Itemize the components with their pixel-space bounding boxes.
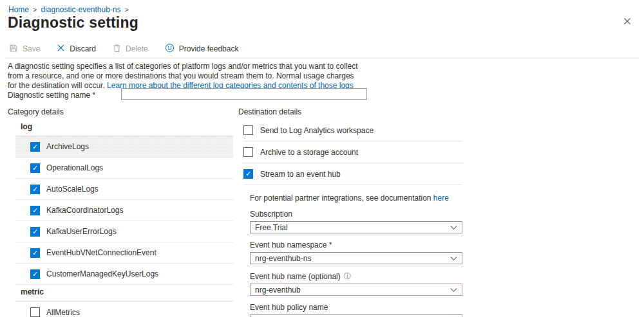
eventhub-policy-field: Event hub policy name RootManageSharedAc…: [250, 303, 462, 317]
page-title: Diagnostic setting: [8, 14, 138, 32]
close-icon[interactable]: [622, 16, 632, 26]
eventhub-namespace-label: Event hub namespace *: [250, 240, 332, 249]
check-glyph: ✓: [32, 143, 38, 150]
checkbox-unchecked-icon[interactable]: [30, 307, 40, 317]
delete-button[interactable]: Delete: [113, 44, 148, 55]
delete-label: Delete: [126, 44, 148, 53]
check-glyph: ✓: [32, 228, 38, 235]
checkbox-unchecked-icon[interactable]: [243, 125, 253, 135]
destination-option-storage-account[interactable]: Archive to a storage account: [243, 141, 462, 163]
check-glyph: ✓: [32, 164, 38, 171]
category-row-operationallogs[interactable]: ✓ OperationalLogs: [15, 158, 233, 179]
subscription-field: Subscription Free Trial: [250, 210, 462, 233]
eventhub-policy-dropdown[interactable]: RootManageSharedAccessKey: [250, 314, 462, 317]
check-glyph: ✓: [32, 206, 38, 213]
partner-integrations-note: For potential partner integrations, see …: [250, 194, 462, 203]
category-label: AllMetrics: [46, 308, 80, 317]
destination-details-title: Destination details: [238, 107, 301, 116]
command-bar: Save Discard Delete: [9, 43, 238, 55]
info-icon[interactable]: ⓘ: [344, 271, 351, 281]
checkbox-checked-icon[interactable]: ✓: [30, 185, 40, 194]
category-label: CustomerManagedKeyUserLogs: [46, 269, 158, 278]
breadcrumb: Home > diagnostic-eventhub-ns >: [8, 5, 129, 14]
discard-button[interactable]: Discard: [57, 44, 96, 54]
save-icon: [9, 44, 18, 55]
breadcrumb-home-link[interactable]: Home: [8, 5, 29, 14]
chevron-down-icon: [450, 223, 457, 232]
setting-name-input[interactable]: [121, 88, 367, 100]
category-row-archivelogs[interactable]: ✓ ArchiveLogs: [15, 136, 233, 158]
feedback-label: Provide feedback: [179, 44, 239, 53]
eventhub-namespace-dropdown[interactable]: nrg-eventhub-ns: [250, 252, 462, 264]
toolbar-divider: [5, 58, 639, 59]
check-glyph: ✓: [32, 249, 38, 256]
feedback-button[interactable]: Provide feedback: [165, 43, 239, 55]
destination-option-label: Send to Log Analytics workspace: [260, 126, 374, 135]
metric-group-header: metric: [15, 285, 233, 302]
subscription-value: Free Trial: [255, 223, 288, 232]
category-details-title: Category details: [8, 107, 64, 116]
checkbox-unchecked-icon[interactable]: [243, 147, 253, 157]
discard-label: Discard: [70, 44, 96, 53]
checkbox-checked-icon[interactable]: ✓: [30, 206, 40, 215]
smiley-icon: [165, 43, 175, 55]
category-row-kafkacoordinatorlogs[interactable]: ✓ KafkaCoordinatorLogs: [15, 200, 233, 221]
subscription-dropdown[interactable]: Free Trial: [250, 221, 462, 233]
category-row-eventhubvnetconnectionevent[interactable]: ✓ EventHubVNetConnectionEvent: [15, 242, 233, 264]
eventhub-namespace-field: Event hub namespace * nrg-eventhub-ns: [250, 240, 462, 264]
category-label: AutoScaleLogs: [46, 185, 99, 194]
setting-name-label: Diagnostic setting name *: [8, 91, 95, 100]
checkbox-checked-icon[interactable]: ✓: [30, 248, 40, 258]
check-glyph: ✓: [245, 170, 251, 177]
destination-option-label: Stream to an event hub: [260, 170, 341, 179]
trash-icon: [113, 44, 121, 55]
eventhub-name-value: nrg-eventhub: [255, 285, 301, 294]
checkbox-checked-icon[interactable]: ✓: [30, 269, 40, 279]
destination-option-label: Archive to a storage account: [260, 148, 358, 157]
diagnostic-setting-blade: Home > diagnostic-eventhub-ns > Diagnost…: [0, 0, 644, 317]
breadcrumb-separator: >: [33, 6, 37, 14]
category-row-autoscalelogs[interactable]: ✓ AutoScaleLogs: [15, 179, 233, 200]
category-list: log ✓ ArchiveLogs ✓ OperationalLogs ✓ Au…: [15, 120, 233, 317]
check-glyph: ✓: [32, 270, 38, 277]
partner-note-text: For potential partner integrations, see …: [250, 194, 433, 203]
blade-description: A diagnostic setting specifies a list of…: [8, 62, 361, 91]
breadcrumb-namespace-link[interactable]: diagnostic-eventhub-ns: [41, 5, 120, 14]
category-row-customermanagedkeyuserlogs[interactable]: ✓ CustomerManagedKeyUserLogs: [15, 264, 233, 285]
eventhub-name-field: Event hub name (optional) ⓘ nrg-eventhub: [250, 271, 462, 296]
log-group-header: log: [15, 120, 233, 136]
check-glyph: ✓: [32, 185, 38, 192]
save-button[interactable]: Save: [9, 44, 40, 55]
destination-column: Send to Log Analytics workspace Archive …: [243, 120, 462, 317]
category-row-kafkausererrorlogs[interactable]: ✓ KafkaUserErrorLogs: [15, 221, 233, 242]
destination-option-event-hub[interactable]: ✓ Stream to an event hub: [243, 163, 462, 185]
chevron-down-icon: [450, 285, 457, 294]
save-label: Save: [23, 44, 40, 53]
eventhub-policy-label: Event hub policy name: [250, 303, 328, 312]
eventhub-namespace-value: nrg-eventhub-ns: [255, 254, 311, 263]
category-label: KafkaCoordinatorLogs: [46, 206, 123, 215]
eventhub-name-label: Event hub name (optional): [250, 272, 341, 281]
eventhub-name-dropdown[interactable]: nrg-eventhub: [250, 284, 462, 296]
discard-x-icon: [57, 44, 65, 54]
category-row-allmetrics[interactable]: AllMetrics: [15, 302, 233, 317]
checkbox-checked-icon[interactable]: ✓: [30, 163, 40, 173]
partner-here-link[interactable]: here: [433, 194, 449, 203]
destination-option-log-analytics[interactable]: Send to Log Analytics workspace: [243, 120, 462, 141]
category-label: ArchiveLogs: [46, 142, 89, 151]
subscription-label: Subscription: [250, 210, 292, 219]
checkbox-checked-icon[interactable]: ✓: [30, 142, 40, 152]
category-label: EventHubVNetConnectionEvent: [46, 248, 156, 257]
checkbox-checked-icon[interactable]: ✓: [243, 169, 253, 179]
category-label: KafkaUserErrorLogs: [46, 227, 117, 236]
category-label: OperationalLogs: [46, 163, 103, 172]
chevron-down-icon: [450, 254, 457, 263]
checkbox-checked-icon[interactable]: ✓: [30, 227, 40, 237]
breadcrumb-separator: >: [125, 6, 129, 14]
